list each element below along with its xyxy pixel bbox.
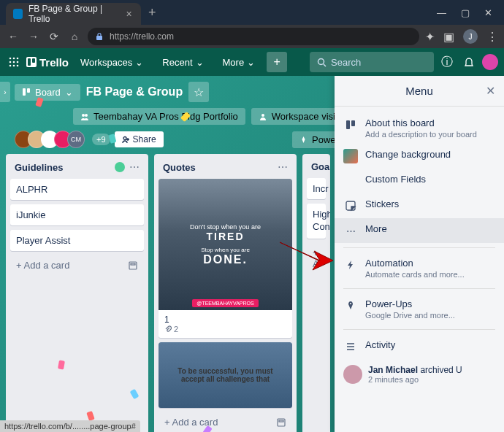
template-icon[interactable] [128, 261, 138, 271]
people-icon [80, 112, 89, 121]
window-controls: — ▢ ✕ [437, 7, 504, 18]
svg-point-25 [350, 303, 351, 304]
search-placeholder: Search [331, 57, 361, 68]
menu-icon[interactable]: ⋮ [486, 30, 498, 44]
browser-tab[interactable]: FB Page & Group | Trello × [6, 3, 141, 25]
list-menu-button[interactable]: ⋯ [278, 161, 288, 173]
card-title: 1 [164, 315, 286, 325]
star-button[interactable]: ☆ [188, 82, 209, 102]
browser-urlbar: ← → ⟳ ⌂ https://trello.com ✦ ▣ J ⋮ [0, 25, 504, 48]
list-title[interactable]: Goa [311, 161, 329, 172]
trello-favicon [13, 9, 23, 19]
svg-line-11 [324, 64, 326, 66]
extensions-icon[interactable]: ✦ [425, 30, 435, 44]
sticker-icon [343, 198, 358, 213]
close-icon[interactable]: ✕ [486, 84, 495, 98]
divider [343, 288, 495, 289]
panel-icon[interactable]: ▣ [443, 30, 454, 44]
chevron-down-icon: ⌄ [135, 57, 143, 68]
activity-item[interactable]: Jan Michael archived U 2 minutes ago [335, 359, 504, 390]
svg-point-16 [261, 114, 264, 117]
menu-automation[interactable]: Automation Automate cards and more... [335, 252, 504, 284]
svg-rect-21 [279, 420, 283, 422]
card[interactable]: ALPHR [10, 179, 144, 200]
close-icon[interactable]: × [124, 9, 134, 19]
board-icon [343, 117, 358, 132]
tab-title: FB Page & Group | Trello [28, 4, 118, 24]
member-count[interactable]: +9 [92, 134, 110, 145]
svg-point-2 [13, 58, 15, 60]
list-title[interactable]: Quotes [163, 162, 196, 173]
svg-rect-22 [346, 120, 350, 129]
notifications-icon[interactable] [460, 56, 478, 68]
menu-about-board[interactable]: About this board Add a description to yo… [335, 112, 504, 144]
card[interactable]: Player Assist [10, 230, 144, 251]
rocket-icon [299, 136, 308, 144]
url-input[interactable]: https://trello.com [88, 28, 419, 45]
template-icon[interactable] [276, 417, 286, 428]
user-avatar[interactable] [482, 54, 498, 70]
list-quotes: Quotes ⋯ Don't stop when you are TIRED S… [154, 154, 297, 432]
trello-logo[interactable]: Trello [26, 56, 69, 69]
more-dropdown[interactable]: More ⌄ [215, 53, 263, 72]
background-thumb-icon [343, 149, 358, 163]
board-view-dropdown[interactable]: Board ⌄ [15, 84, 80, 101]
search-icon [317, 58, 327, 67]
activity-avatar [343, 365, 362, 384]
recent-dropdown[interactable]: Recent ⌄ [155, 53, 210, 72]
card[interactable]: Incr [307, 178, 326, 199]
card[interactable]: Don't stop when you are TIRED Stop when … [159, 179, 292, 338]
list-title[interactable]: Guidelines [15, 162, 63, 173]
list-menu-button[interactable]: ⋯ [129, 161, 140, 173]
card[interactable]: iJunkie [10, 204, 144, 225]
reload-button[interactable]: ⟳ [47, 29, 61, 44]
svg-point-6 [17, 61, 19, 63]
user-plus-icon [122, 136, 130, 144]
menu-power-ups[interactable]: Power-Ups Google Drive and more... [335, 293, 504, 325]
card[interactable]: High Con [307, 204, 326, 239]
trello-header: Trello Workspaces ⌄ Recent ⌄ More ⌄ + Se… [0, 48, 504, 76]
info-icon[interactable]: ⓘ [438, 55, 456, 70]
create-button[interactable]: + [267, 52, 287, 72]
expand-sidebar-button[interactable]: › [0, 82, 10, 102]
home-button[interactable]: ⌂ [67, 29, 82, 44]
lock-icon [95, 32, 104, 41]
new-tab-button[interactable]: + [148, 5, 156, 20]
menu-activity[interactable]: Activity [335, 334, 504, 359]
minimize-button[interactable]: — [437, 7, 446, 18]
forward-button[interactable]: → [26, 29, 41, 44]
svg-point-1 [9, 58, 12, 60]
board-area: › Board ⌄ FB Page & Group ☆ Teembahay VA… [0, 76, 504, 432]
svg-rect-0 [96, 36, 102, 40]
member-avatar[interactable]: CM [67, 131, 85, 148]
menu-more[interactable]: ⋯ More [335, 218, 504, 243]
svg-point-10 [318, 58, 324, 64]
card[interactable]: To be successful, you must accept all ch… [159, 342, 292, 408]
share-button[interactable]: Share [115, 131, 164, 147]
menu-header: Menu ✕ [335, 76, 504, 107]
back-button[interactable]: ← [6, 29, 20, 44]
menu-title: Menu [405, 85, 433, 97]
annotation-arrow [276, 235, 335, 271]
member-stack[interactable]: CM [15, 131, 85, 148]
menu-change-background[interactable]: Change background [335, 144, 504, 169]
close-button[interactable]: ✕ [484, 7, 492, 18]
menu-stickers[interactable]: Stickers [335, 193, 504, 218]
svg-point-9 [17, 65, 19, 67]
board-icon [22, 88, 31, 96]
search-input[interactable]: Search [310, 52, 434, 72]
board-title[interactable]: FB Page & Group [86, 85, 183, 99]
menu-custom-fields[interactable]: Custom Fields [335, 169, 504, 193]
url-text: https://trello.com [110, 31, 174, 42]
maximize-button[interactable]: ▢ [461, 7, 470, 18]
browser-titlebar: FB Page & Group | Trello × + — ▢ ✕ [0, 0, 504, 25]
add-card-button[interactable]: + Add a card [10, 255, 144, 275]
apps-icon[interactable] [6, 54, 22, 70]
workspaces-dropdown[interactable]: Workspaces ⌄ [73, 53, 150, 72]
list-guidelines: Guidelines ⋯ ALPHR iJunkie Player Assist… [6, 154, 148, 432]
profile-avatar[interactable]: J [463, 29, 478, 44]
list-goals: Goa Incr High Con + A [302, 154, 330, 432]
rocket-icon [343, 298, 358, 313]
add-card-button[interactable]: + Add a card [159, 412, 292, 432]
portfolio-link[interactable]: Teembahay VA Pros Bldg Portfolio [73, 108, 245, 125]
